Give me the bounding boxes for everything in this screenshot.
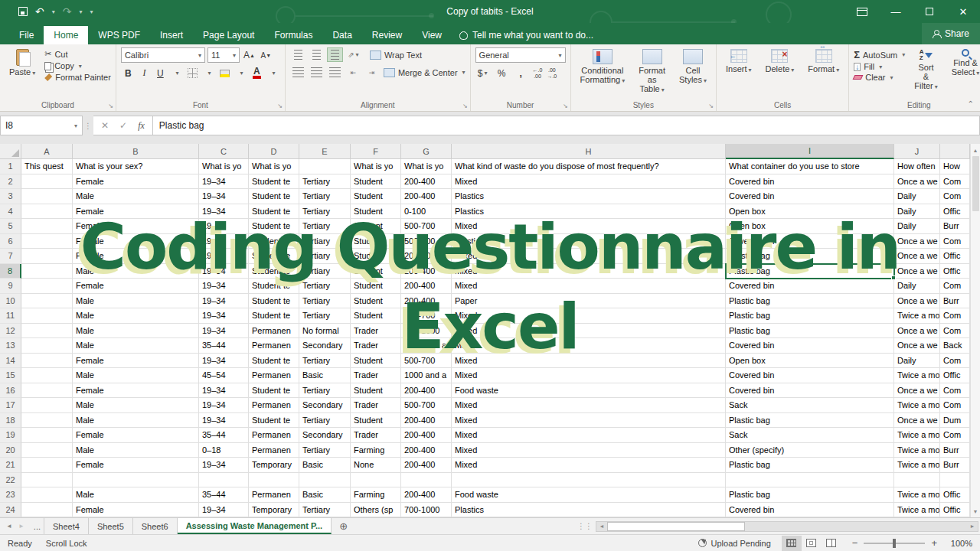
cell-B5[interactable]: Female bbox=[73, 219, 199, 234]
vertical-scrollbar[interactable]: ▲ ▼ bbox=[970, 144, 980, 517]
cell-I8[interactable]: Plastic bag bbox=[726, 264, 894, 279]
cell-K10[interactable]: Burr bbox=[940, 294, 970, 309]
cell-B10[interactable]: Male bbox=[73, 294, 199, 309]
column-header-F[interactable]: F bbox=[351, 144, 401, 159]
enter-icon[interactable]: ✓ bbox=[119, 120, 127, 131]
cell-I22[interactable] bbox=[726, 473, 894, 488]
cell-C3[interactable]: 19–34 bbox=[199, 189, 249, 204]
cell-A9[interactable] bbox=[21, 279, 73, 294]
cell-C21[interactable]: 19–34 bbox=[199, 458, 249, 473]
sort-filter-button[interactable]: AZ Sort &Filter bbox=[910, 47, 942, 99]
cell-D9[interactable]: Student te bbox=[249, 279, 299, 294]
tab-view[interactable]: View bbox=[412, 26, 452, 44]
format-cells-button[interactable]: Format bbox=[803, 47, 844, 99]
tab-insert[interactable]: Insert bbox=[150, 26, 193, 44]
cell-D4[interactable]: Student te bbox=[249, 204, 299, 220]
cell-E10[interactable]: Tertiary bbox=[299, 294, 351, 309]
cell-G4[interactable]: 0-100 bbox=[401, 204, 452, 220]
cell-C8[interactable]: 19–34 bbox=[199, 264, 249, 279]
formula-input[interactable]: Plastic bag bbox=[153, 116, 980, 135]
orientation-button[interactable]: ⇗ bbox=[345, 47, 361, 62]
cell-G9[interactable]: 200-400 bbox=[401, 279, 452, 294]
cell-E18[interactable]: Tertiary bbox=[299, 413, 351, 429]
comma-button[interactable]: , bbox=[514, 66, 528, 80]
cell-H14[interactable]: Mixed bbox=[452, 354, 726, 369]
cell-J7[interactable]: Once a we bbox=[894, 249, 940, 264]
row-header-9[interactable]: 9 bbox=[0, 279, 21, 294]
cell-E12[interactable]: No formal bbox=[299, 324, 351, 339]
cell-D3[interactable]: Student te bbox=[249, 189, 299, 204]
cell-G21[interactable]: 200-400 bbox=[401, 458, 452, 473]
cell-I19[interactable]: Sack bbox=[726, 428, 894, 443]
cell-C5[interactable]: 19–34 bbox=[199, 219, 249, 234]
cell-J17[interactable]: Twice a mo bbox=[894, 398, 940, 413]
cell-G5[interactable]: 500-700 bbox=[401, 219, 452, 234]
cell-G13[interactable]: 1000 and a bbox=[401, 338, 452, 354]
cell-J13[interactable]: Once a we bbox=[894, 338, 940, 354]
scroll-up-icon[interactable]: ▲ bbox=[971, 144, 980, 156]
cell-H24[interactable]: Plastics bbox=[452, 503, 726, 518]
cell-F18[interactable]: Student bbox=[351, 413, 401, 429]
insert-cells-button[interactable]: Insert bbox=[721, 47, 756, 99]
cell-I14[interactable]: Open box bbox=[726, 354, 894, 369]
cell-E7[interactable]: Tertiary bbox=[299, 249, 351, 264]
cell-E1[interactable] bbox=[299, 159, 351, 174]
cell-B24[interactable]: Female bbox=[73, 503, 199, 518]
cell-D10[interactable]: Student te bbox=[249, 294, 299, 309]
conditional-formatting-button[interactable]: ConditionalFormatting bbox=[576, 47, 630, 99]
cell-A24[interactable] bbox=[21, 503, 73, 518]
cell-C23[interactable]: 35–44 bbox=[199, 487, 249, 503]
zoom-out-icon[interactable]: − bbox=[852, 537, 858, 549]
cell-E5[interactable]: Tertiary bbox=[299, 219, 351, 234]
cell-I9[interactable]: Covered bin bbox=[726, 279, 894, 294]
cell-A17[interactable] bbox=[21, 398, 73, 413]
row-header-2[interactable]: 2 bbox=[0, 174, 21, 190]
cell-G7[interactable]: 200-400 bbox=[401, 249, 452, 264]
cell-B17[interactable]: Male bbox=[73, 398, 199, 413]
cell-E17[interactable]: Secondary bbox=[299, 398, 351, 413]
collapse-ribbon-icon[interactable]: ⌃ bbox=[968, 99, 974, 108]
cell-A8[interactable] bbox=[21, 264, 73, 279]
scroll-left-icon[interactable]: ◄ bbox=[596, 523, 607, 529]
cell-C14[interactable]: 19–34 bbox=[199, 354, 249, 369]
cell-I13[interactable]: Covered bin bbox=[726, 338, 894, 354]
ribbon-display-options-button[interactable] bbox=[845, 0, 879, 23]
cell-K2[interactable]: Com bbox=[940, 174, 970, 190]
cell-B1[interactable]: What is your sex? bbox=[73, 159, 199, 174]
cell-K8[interactable]: Offic bbox=[940, 264, 970, 279]
decrease-indent-button[interactable]: ⇤ bbox=[345, 65, 361, 80]
zoom-in-icon[interactable]: + bbox=[931, 537, 937, 549]
row-header-16[interactable]: 16 bbox=[0, 383, 21, 399]
cell-A23[interactable] bbox=[21, 487, 73, 503]
column-header-H[interactable]: H bbox=[452, 144, 726, 159]
cell-F20[interactable]: Farming bbox=[351, 443, 401, 458]
cell-I5[interactable]: Open box bbox=[726, 219, 894, 234]
cell-K6[interactable]: Com bbox=[940, 234, 970, 249]
cell-D24[interactable]: Temporary bbox=[249, 503, 299, 518]
cell-I16[interactable]: Covered bin bbox=[726, 383, 894, 399]
cell-D17[interactable]: Permanen bbox=[249, 398, 299, 413]
cell-F1[interactable]: What is yo bbox=[351, 159, 401, 174]
cell-G3[interactable]: 200-400 bbox=[401, 189, 452, 204]
cell-A2[interactable] bbox=[21, 174, 73, 190]
cell-A22[interactable] bbox=[21, 473, 73, 488]
borders-button[interactable] bbox=[185, 66, 200, 80]
font-dialog-launcher-icon[interactable]: ↘ bbox=[277, 103, 283, 109]
sheet-tab-sheet6[interactable]: Sheet6 bbox=[133, 518, 178, 534]
cell-B16[interactable]: Female bbox=[73, 383, 199, 399]
cell-J11[interactable]: Twice a mo bbox=[894, 308, 940, 324]
cell-H15[interactable]: Mixed bbox=[452, 368, 726, 383]
cell-I15[interactable]: Covered bin bbox=[726, 368, 894, 383]
cell-C10[interactable]: 19–34 bbox=[199, 294, 249, 309]
cell-J10[interactable]: Once a we bbox=[894, 294, 940, 309]
tab-data[interactable]: Data bbox=[322, 26, 361, 44]
zoom-level[interactable]: 100% bbox=[948, 539, 972, 548]
row-header-1[interactable]: 1 bbox=[0, 159, 21, 174]
row-header-19[interactable]: 19 bbox=[0, 428, 21, 443]
clipboard-dialog-launcher-icon[interactable]: ↘ bbox=[108, 103, 113, 109]
row-header-18[interactable]: 18 bbox=[0, 413, 21, 429]
cell-K22[interactable] bbox=[940, 473, 970, 488]
cell-C6[interactable]: 19–34 bbox=[199, 234, 249, 249]
cell-B7[interactable]: Female bbox=[73, 249, 199, 264]
column-header-J[interactable]: J bbox=[894, 144, 940, 159]
